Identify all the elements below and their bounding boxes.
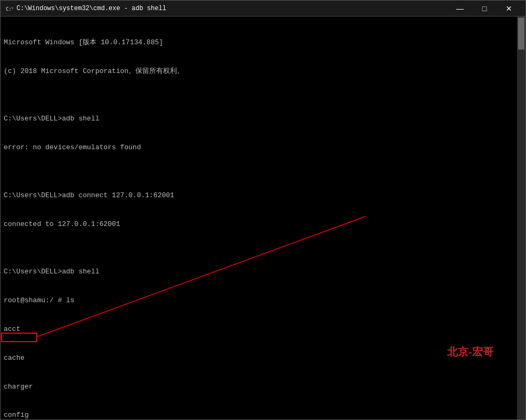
window-controls: — □ ✕ [448, 1, 521, 17]
annotation-label: 北京-宏哥 [447, 344, 493, 359]
terminal-line: connected to 127.0.0.1:62001 [4, 220, 522, 229]
scrollbar-thumb[interactable] [518, 18, 524, 50]
svg-text:C:\: C:\ [6, 6, 13, 11]
title-bar: C:\ C:\Windows\system32\cmd.exe - adb sh… [1, 1, 525, 17]
close-button[interactable]: ✕ [497, 1, 521, 17]
terminal-line: C:\Users\DELL>adb shell [4, 114, 522, 124]
window-title: C:\Windows\system32\cmd.exe - adb shell [17, 5, 448, 12]
maximize-button[interactable]: □ [472, 1, 497, 17]
terminal-line: config [4, 410, 522, 419]
cmd-window: C:\ C:\Windows\system32\cmd.exe - adb sh… [0, 0, 526, 420]
terminal-line: charger [4, 382, 522, 392]
terminal-line: error: no devices/emulators found [4, 143, 522, 152]
terminal-content: Microsoft Windows [版本 10.0.17134.885] (c… [4, 19, 522, 419]
terminal-line: cache [4, 353, 522, 363]
minimize-button[interactable]: — [448, 1, 472, 17]
terminal-line: Microsoft Windows [版本 10.0.17134.885] [4, 38, 522, 47]
terminal-line: C:\Users\DELL>adb connect 127.0.0.1:6200… [4, 191, 522, 200]
scrollbar[interactable] [517, 17, 525, 419]
terminal-line: C:\Users\DELL>adb shell [4, 267, 522, 277]
terminal-line: (c) 2018 Microsoft Corporation。保留所有权利。 [4, 67, 522, 76]
terminal-body[interactable]: Microsoft Windows [版本 10.0.17134.885] (c… [1, 17, 525, 419]
terminal-line: acct [4, 325, 522, 334]
sdcard-highlight-box [1, 333, 37, 342]
cmd-icon: C:\ [5, 4, 13, 13]
terminal-line: root@shamu:/ # ls [4, 296, 522, 305]
